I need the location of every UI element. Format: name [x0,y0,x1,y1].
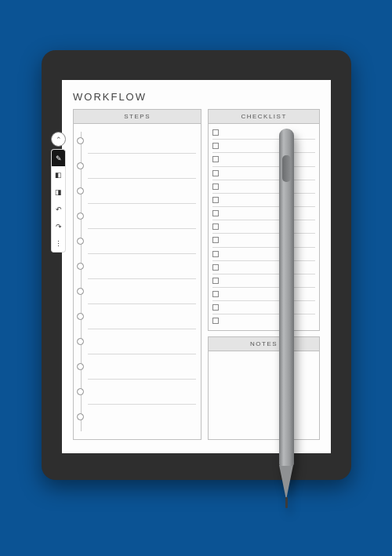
toolbar-collapse-button[interactable]: ⌃ [51,132,66,147]
step-row[interactable] [88,229,196,254]
checklist-row[interactable] [212,301,315,314]
step-circle-icon [77,213,84,220]
checklist-row[interactable] [212,314,315,327]
step-row[interactable] [88,405,196,430]
notes-panel: NOTES [208,336,320,440]
step-circle-icon [77,388,84,395]
checklist-row[interactable] [212,140,315,153]
steps-body[interactable] [74,124,201,439]
eraser-tool[interactable]: ◨ [51,184,66,201]
step-row[interactable] [88,354,196,380]
step-row[interactable] [88,129,196,154]
stylus-body [279,129,294,466]
checkbox-icon[interactable] [212,129,219,136]
step-row[interactable] [88,204,196,229]
checkbox-icon[interactable] [212,304,219,311]
checkbox-icon[interactable] [212,156,219,162]
checklist-row[interactable] [212,274,315,288]
step-circle-icon [77,363,84,370]
step-circle-icon [77,162,84,169]
undo-tool[interactable]: ↶ [51,201,66,218]
step-circle-icon [77,338,84,345]
checkbox-icon[interactable] [212,170,219,176]
left-column: STEPS [73,109,201,440]
step-circle-icon [77,238,84,245]
checklist-row[interactable] [212,180,315,194]
step-circle-icon [77,137,84,144]
checkbox-icon[interactable] [212,278,219,284]
step-circle-icon [77,413,84,420]
right-column: CHECKLIST NOTES [208,109,320,440]
checklist-row[interactable] [212,153,315,166]
checklist-row[interactable] [212,167,315,180]
step-circle-icon [77,313,84,320]
notes-body[interactable] [209,351,319,439]
checklist-row[interactable] [212,261,315,274]
highlighter-tool[interactable]: ◧ [51,166,66,184]
checklist-row[interactable] [212,220,315,234]
checkbox-icon[interactable] [212,223,219,230]
step-circle-icon [77,288,84,295]
checklist-header: CHECKLIST [209,110,319,124]
tablet-device: WORKFLOW STEPS CHECKLIST NOTES [42,50,351,480]
stylus [279,129,294,513]
checkbox-icon[interactable] [212,143,219,149]
stylus-cone [279,465,293,500]
stylus-tip [285,497,288,508]
checklist-row[interactable] [212,194,315,207]
step-row[interactable] [88,254,196,279]
checklist-row[interactable] [212,207,315,220]
checklist-row[interactable] [212,234,315,247]
checkbox-icon[interactable] [212,197,219,203]
checkbox-icon[interactable] [212,291,219,297]
checklist-body[interactable] [209,124,319,330]
step-circle-icon [77,263,84,270]
checkbox-icon[interactable] [212,251,219,257]
step-row[interactable] [88,179,196,204]
checklist-row[interactable] [212,248,315,261]
redo-tool[interactable]: ↷ [51,218,66,235]
checkbox-icon[interactable] [212,318,219,324]
step-row[interactable] [88,154,196,179]
step-circle-icon [77,187,84,194]
steps-header: STEPS [74,110,201,124]
notes-header: NOTES [209,337,319,351]
checkbox-icon[interactable] [212,210,219,216]
pen-tool[interactable]: ✎ [51,149,66,166]
checklist-panel: CHECKLIST [208,109,320,331]
step-row[interactable] [88,304,196,329]
step-row[interactable] [88,329,196,354]
steps-panel: STEPS [73,109,201,440]
steps-connector-line [81,132,82,431]
checkbox-icon[interactable] [212,264,219,271]
checklist-row[interactable] [212,288,315,301]
checklist-row[interactable] [212,126,315,140]
checkbox-icon[interactable] [212,237,219,243]
tool-toolbar: ⌃ ✎◧◨↶↷⋮ [51,132,66,253]
stylus-button [282,155,291,182]
checkbox-icon[interactable] [212,184,219,190]
page-title: WORKFLOW [73,91,320,103]
more-tool[interactable]: ⋮ [51,235,66,253]
step-row[interactable] [88,279,196,304]
step-row[interactable] [88,380,196,405]
